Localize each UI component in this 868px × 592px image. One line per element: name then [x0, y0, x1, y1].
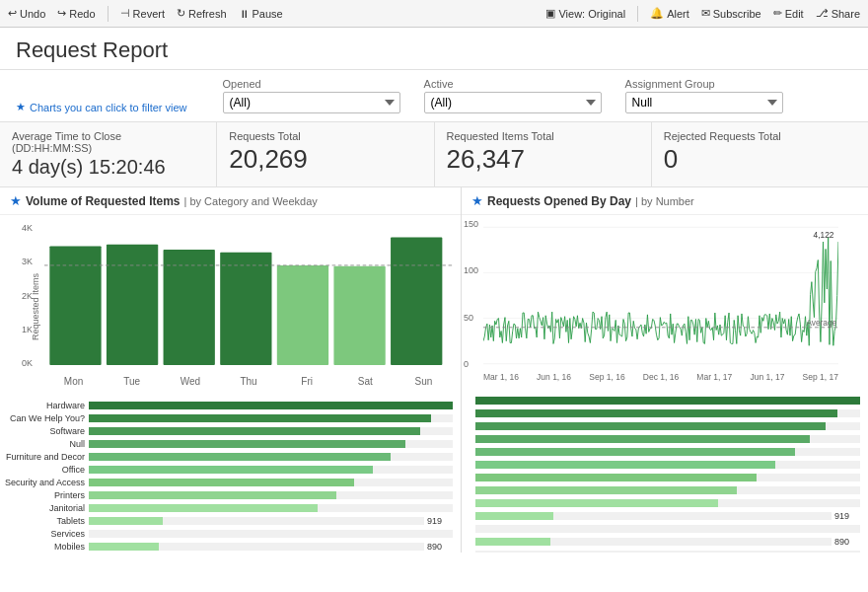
chart-left-title: ★ Volume of Requested Items | by Categor…: [0, 187, 461, 215]
y-ticks: 4K 3K 2K 1K 0K: [22, 223, 33, 368]
bar-Wed[interactable]: [164, 250, 215, 365]
kpi-rejected-value: 0: [664, 144, 856, 175]
assignment-filter-group: Assignment Group Null: [625, 78, 783, 113]
chart-right-star: ★: [471, 193, 483, 208]
x-label-Fri: Fri: [278, 376, 336, 387]
opened-filter-group: Opened (All): [223, 78, 400, 113]
star-hint-icon: ★: [16, 101, 26, 113]
chart-left: ★ Volume of Requested Items | by Categor…: [0, 187, 462, 553]
line-y-ticks: 150 100 50 0: [464, 219, 478, 369]
hbar-row: Tablets919: [0, 515, 453, 527]
pause-icon: ⏸: [239, 8, 250, 20]
bar-Mon[interactable]: [49, 246, 101, 365]
edit-icon: ✏: [773, 7, 782, 20]
revert-icon: ⊣: [120, 7, 130, 20]
sep1: [108, 6, 108, 22]
x-label-Tue: Tue: [103, 376, 161, 387]
right-hbar-row: [475, 497, 860, 509]
bar-chart-svg[interactable]: [44, 223, 453, 376]
right-hbar-row: [475, 433, 860, 445]
right-hbar-row: [475, 459, 860, 471]
hbar-row: Can We Help You?: [0, 412, 453, 424]
right-hbar-area: 919890878468: [462, 393, 868, 553]
hbar-row: Janitorial: [0, 502, 453, 514]
view-button[interactable]: ▣ View: Original: [545, 7, 625, 20]
line-chart-container: 150 100 50 0 Average4,122 Mar 1, 16Jun 1…: [462, 215, 868, 393]
toolbar: ↩ Undo ↪ Redo ⊣ Revert ↻ Refresh ⏸ Pause…: [0, 0, 868, 28]
hbar-row: Hardware: [0, 400, 453, 411]
hbar-row: Furniture and Decor: [0, 451, 453, 463]
line-x-labels: Mar 1, 16Jun 1, 16Sep 1, 16Dec 1, 16Mar …: [483, 372, 838, 382]
hbar-row: Software: [0, 425, 453, 437]
bar-Thu[interactable]: [220, 253, 271, 365]
kpi-avg-time-label: Average Time to Close (DD:HH:MM:SS): [12, 130, 204, 154]
kpi-row: Average Time to Close (DD:HH:MM:SS) 4 da…: [0, 122, 868, 187]
right-hbar-row: [475, 407, 860, 419]
hbar-row: Security and Access: [0, 477, 453, 488]
kpi-items-label: Requested Items Total: [447, 130, 639, 142]
chart-left-star: ★: [10, 193, 22, 208]
kpi-items-total: Requested Items Total 26,347: [435, 122, 652, 186]
right-hbar-row: [475, 472, 860, 483]
line-chart-svg[interactable]: Average4,122: [483, 219, 838, 372]
right-hbar-row: [475, 523, 860, 535]
chart-right-title: ★ Requests Opened By Day | by Number: [462, 187, 868, 215]
x-label-Wed: Wed: [161, 376, 219, 387]
hbar-area: HardwareCan We Help You?SoftwareNullFurn…: [0, 398, 461, 553]
view-icon: ▣: [545, 7, 555, 20]
revert-button[interactable]: ⊣ Revert: [120, 7, 165, 20]
active-filter-group: Active (All): [424, 78, 602, 113]
hbar-row: Services: [0, 528, 453, 540]
x-label-Sat: Sat: [336, 376, 395, 387]
pause-button[interactable]: ⏸ Pause: [239, 8, 283, 20]
svg-text:Average: Average: [806, 318, 836, 328]
bar-Sat[interactable]: [333, 266, 385, 365]
right-hbar-row: 919: [475, 510, 860, 522]
edit-button[interactable]: ✏ Edit: [773, 7, 804, 20]
svg-text:4,122: 4,122: [814, 230, 834, 240]
hbar-row: Mobiles890: [0, 541, 453, 553]
opened-label: Opened: [223, 78, 400, 90]
opened-select[interactable]: (All): [223, 92, 400, 113]
bar-Sun[interactable]: [391, 238, 442, 365]
kpi-rejected-label: Rejected Requests Total: [664, 130, 856, 142]
alert-icon: 🔔: [650, 7, 664, 20]
refresh-button[interactable]: ↻ Refresh: [177, 7, 227, 20]
page-title-bar: Request Report: [0, 28, 868, 70]
subscribe-button[interactable]: ✉ Subscribe: [701, 7, 761, 20]
filter-bar: ★ Charts you can click to filter view Op…: [0, 70, 868, 122]
bar-Fri[interactable]: [277, 265, 328, 365]
hbar-row: Printers: [0, 489, 453, 501]
share-icon: ⎇: [816, 7, 829, 20]
alert-button[interactable]: 🔔 Alert: [650, 7, 689, 20]
kpi-requests-label: Requests Total: [229, 130, 421, 142]
page-title: Request Report: [16, 37, 852, 63]
active-select[interactable]: (All): [424, 92, 602, 113]
refresh-icon: ↻: [177, 7, 185, 20]
undo-icon: ↩: [8, 7, 17, 20]
subscribe-icon: ✉: [701, 7, 710, 20]
share-button[interactable]: ⎇ Share: [816, 7, 860, 20]
filter-hint: ★ Charts you can click to filter view: [16, 101, 187, 113]
x-label-Sun: Sun: [395, 376, 453, 387]
right-hbar-row: [475, 446, 860, 458]
chart-right: ★ Requests Opened By Day | by Number 150…: [462, 187, 868, 553]
kpi-rejected: Rejected Requests Total 0: [652, 122, 868, 186]
right-hbar-row: 890: [475, 536, 860, 548]
kpi-items-value: 26,347: [447, 144, 639, 175]
x-label-Mon: Mon: [44, 376, 103, 387]
x-axis-labels: MonTueWedThuFriSatSun: [44, 376, 453, 387]
hbar-row: Office: [0, 464, 453, 476]
right-hbar-row: [475, 549, 860, 553]
hbar-row: Null: [0, 438, 453, 450]
right-hbar-row: [475, 420, 860, 432]
kpi-avg-time-value: 4 day(s) 15:20:46: [12, 156, 204, 179]
right-hbar-row: [475, 395, 860, 407]
redo-icon: ↪: [57, 7, 66, 20]
undo-button[interactable]: ↩ Undo: [8, 7, 45, 20]
bar-Tue[interactable]: [107, 245, 158, 365]
assignment-select[interactable]: Null: [625, 92, 783, 113]
x-label-Thu: Thu: [219, 376, 277, 387]
kpi-avg-time: Average Time to Close (DD:HH:MM:SS) 4 da…: [0, 122, 217, 186]
redo-button[interactable]: ↪ Redo: [57, 7, 95, 20]
